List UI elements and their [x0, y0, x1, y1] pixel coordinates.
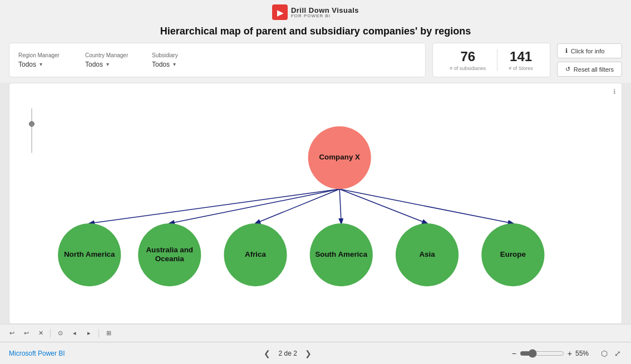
tree-node[interactable]: Asia — [396, 223, 459, 286]
subsidiaries-value: 76 — [460, 49, 475, 64]
logo-main-text: Drill Down Visuals — [291, 7, 359, 14]
reset-all-filters-label: Reset all filters — [574, 66, 614, 73]
tree-node[interactable]: Australia andOceania — [138, 223, 201, 286]
toolbar-separator-2 — [98, 329, 99, 338]
undo-button[interactable]: ↩ — [6, 327, 18, 340]
target-button[interactable]: ⊙ — [54, 327, 66, 340]
svg-text:Oceania: Oceania — [155, 255, 185, 263]
svg-text:South America: South America — [315, 250, 367, 258]
footer-right: − + 55% ⬡ ⤢ — [511, 348, 622, 359]
page-title: Hierarchical map of parent and subsidiar… — [0, 26, 631, 37]
subsidiaries-stat: 76 # of subsidiaries — [450, 49, 486, 71]
zoom-out-button[interactable]: − — [511, 349, 517, 358]
region-manager-label: Region Manager — [18, 52, 74, 58]
bottom-toolbar: ↩ ↩ ✕ ⊙ ◂ ▸ ⊞ — [0, 324, 631, 342]
tree-node[interactable]: Europe — [481, 223, 544, 286]
logo-sub-text: FOR POWER BI — [291, 14, 359, 18]
click-for-info-button[interactable]: ℹ Click for info — [557, 43, 622, 58]
country-manager-label: Country Manager — [85, 52, 141, 58]
country-manager-chevron: ▾ — [106, 61, 109, 67]
next-button[interactable]: ▸ — [83, 327, 95, 340]
tree-node[interactable]: North America — [58, 223, 121, 286]
subsidiary-filter: Subsidiary Todos ▾ — [152, 52, 208, 68]
svg-text:Europe: Europe — [500, 250, 526, 258]
tree-node[interactable]: Africa — [224, 223, 287, 286]
redo-button[interactable]: ↩ — [20, 327, 32, 340]
subsidiary-label: Subsidiary — [152, 52, 208, 58]
region-manager-chevron: ▾ — [40, 61, 42, 67]
svg-line-6 — [339, 189, 341, 223]
fullscreen-button[interactable]: ⤢ — [613, 348, 622, 359]
subsidiary-select[interactable]: Todos ▾ — [152, 61, 208, 68]
stores-stat: 141 # of Stores — [509, 49, 533, 71]
svg-text:Asia: Asia — [419, 250, 435, 258]
visualization-area: ℹ Company XNorth AmericaAustralia andOce… — [9, 83, 622, 324]
svg-text:▶: ▶ — [277, 8, 283, 17]
logo-bar: ▶ Drill Down Visuals FOR POWER BI — [0, 0, 631, 22]
stores-value: 141 — [510, 49, 532, 64]
svg-line-7 — [339, 189, 427, 223]
svg-line-3 — [90, 189, 339, 223]
actions-panel: ℹ Click for info ↺ Reset all filters — [557, 43, 622, 77]
tree-node[interactable]: South America — [310, 223, 373, 286]
svg-text:Company X: Company X — [319, 153, 360, 161]
svg-line-4 — [170, 189, 339, 223]
country-manager-filter: Country Manager Todos ▾ — [85, 52, 141, 68]
reset-icon: ↺ — [565, 66, 570, 73]
share-button[interactable]: ⬡ — [600, 348, 609, 359]
prev-page-arrow[interactable]: ❮ — [262, 349, 273, 358]
viz-info-icon[interactable]: ℹ — [613, 88, 616, 96]
svg-text:Australia and: Australia and — [146, 246, 193, 254]
grid-button[interactable]: ⊞ — [102, 327, 115, 340]
zoom-controls: − + 55% — [511, 349, 595, 358]
title-bar: Hierarchical map of parent and subsidiar… — [0, 22, 631, 43]
info-icon: ℹ — [565, 47, 568, 54]
filter-panel: Region Manager Todos ▾ Country Manager T… — [9, 43, 426, 77]
next-page-arrow[interactable]: ❯ — [303, 349, 314, 358]
svg-text:North America: North America — [64, 250, 115, 258]
zoom-percent: 55% — [575, 350, 595, 357]
stat-divider — [497, 49, 497, 71]
powerbi-link[interactable]: Microsoft Power BI — [9, 350, 65, 357]
zoom-in-button[interactable]: + — [566, 349, 573, 358]
logo-text: Drill Down Visuals FOR POWER BI — [291, 7, 359, 18]
tree-node[interactable]: Company X — [308, 126, 371, 189]
controls-row: Region Manager Todos ▾ Country Manager T… — [0, 43, 631, 83]
click-for-info-label: Click for info — [571, 48, 605, 54]
subsidiaries-label: # of subsidiaries — [450, 66, 486, 71]
subsidiary-value: Todos — [152, 61, 170, 68]
prev-button[interactable]: ◂ — [68, 327, 81, 340]
subsidiary-chevron: ▾ — [173, 61, 176, 67]
stores-label: # of Stores — [509, 66, 533, 71]
footer-center: ❮ 2 de 2 ❯ — [65, 349, 511, 358]
region-manager-select[interactable]: Todos ▾ — [18, 61, 74, 68]
stats-panel: 76 # of subsidiaries 141 # of Stores — [432, 43, 550, 77]
drill-down-logo-icon: ▶ — [272, 4, 288, 20]
region-manager-filter: Region Manager Todos ▾ — [18, 52, 74, 68]
svg-line-8 — [339, 189, 513, 223]
cancel-button[interactable]: ✕ — [34, 327, 47, 340]
region-manager-value: Todos — [18, 61, 36, 68]
reset-all-filters-button[interactable]: ↺ Reset all filters — [557, 62, 622, 77]
zoom-slider[interactable] — [520, 349, 564, 358]
toolbar-separator-1 — [50, 329, 51, 338]
country-manager-value: Todos — [85, 61, 103, 68]
footer: Microsoft Power BI ❮ 2 de 2 ❯ − + 55% ⬡ … — [0, 342, 631, 364]
country-manager-select[interactable]: Todos ▾ — [85, 61, 141, 68]
page-indicator: 2 de 2 — [278, 350, 297, 357]
tree-svg: Company XNorth AmericaAustralia andOcean… — [9, 83, 622, 323]
svg-line-5 — [255, 189, 339, 223]
svg-text:Africa: Africa — [245, 250, 266, 258]
